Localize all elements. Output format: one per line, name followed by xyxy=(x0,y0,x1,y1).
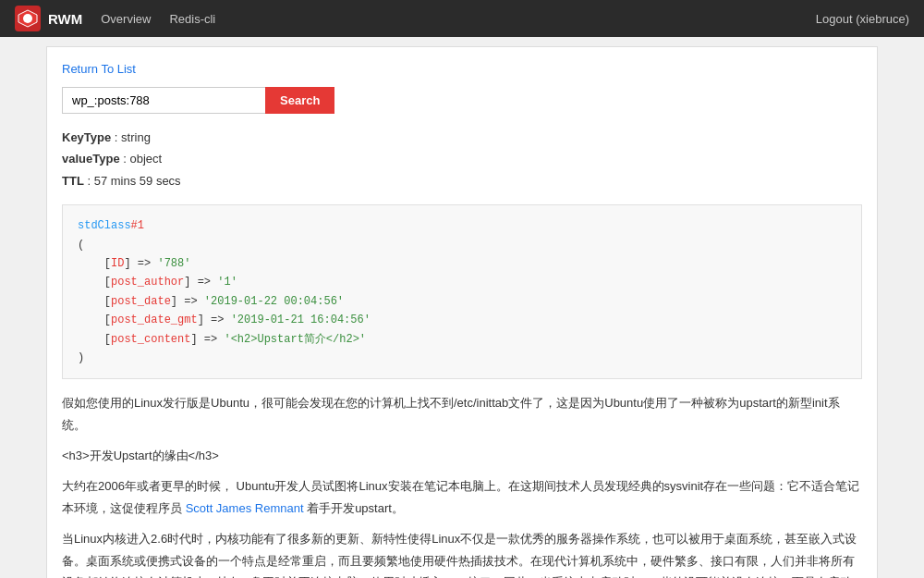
key-type-value: string xyxy=(121,130,151,144)
svg-point-2 xyxy=(23,14,32,23)
code-field-post-content: [post_content] => '<h2>Upstart简介</h2>' xyxy=(78,333,366,346)
app-title: RWM xyxy=(48,11,82,27)
code-field-post-author: [post_author] => '1' xyxy=(78,276,237,289)
key-type-label: KeyType xyxy=(62,130,111,144)
ttl-row: TTL : 57 mins 59 secs xyxy=(62,170,862,191)
value-type-row: valueType : object xyxy=(62,148,862,169)
article-link-scott[interactable]: Scott James Remnant xyxy=(186,501,304,515)
article-para2: 当Linux内核进入2.6时代时，内核功能有了很多新的更新、新特性使得Linux… xyxy=(62,528,862,578)
ttl-separator: : xyxy=(87,174,93,188)
header: RWM Overview Redis-cli Logout (xiebruce) xyxy=(0,0,924,37)
code-field-post-date: [post_date] => '2019-01-22 00:04:56' xyxy=(78,295,344,308)
search-bar: Search xyxy=(62,87,862,114)
article-h3-1: <h3>开发Upstart的缘由</h3> xyxy=(62,445,862,466)
nav-overview[interactable]: Overview xyxy=(101,12,151,26)
main-panel: Return To List Search KeyType : string v… xyxy=(46,46,878,578)
article-para1-cont: 着手开发upstart。 xyxy=(307,501,404,515)
code-close-brace: ) xyxy=(78,351,84,364)
value-type-label: valueType xyxy=(62,152,120,166)
ttl-value: 57 mins 59 secs xyxy=(94,174,181,188)
key-type-row: KeyType : string xyxy=(62,127,862,148)
search-input[interactable] xyxy=(62,87,265,114)
return-to-list-link[interactable]: Return To List xyxy=(62,62,862,76)
logo-icon xyxy=(15,6,41,31)
nav-redis-cli[interactable]: Redis-cli xyxy=(169,12,215,26)
key-type-separator: : xyxy=(115,130,121,144)
article-para1: 大约在2006年或者更早的时候， Ubuntu开发人员试图将Linux安装在笔记… xyxy=(62,475,862,519)
value-type-value: object xyxy=(129,152,162,166)
code-class-name: stdClass xyxy=(78,219,131,232)
code-field-post-date-gmt: [post_date_gmt] => '2019-01-21 16:04:56' xyxy=(78,314,371,326)
code-block: stdClass#1 ( [ID] => '788' [post_author]… xyxy=(62,204,862,379)
ttl-label: TTL xyxy=(62,174,84,188)
logout-button[interactable]: Logout (xiebruce) xyxy=(816,12,909,26)
key-info: KeyType : string valueType : object TTL … xyxy=(62,127,862,191)
search-button[interactable]: Search xyxy=(265,87,334,114)
article-intro: 假如您使用的Linux发行版是Ubuntu，很可能会发现在您的计算机上找不到/e… xyxy=(62,392,862,436)
article-content: 假如您使用的Linux发行版是Ubuntu，很可能会发现在您的计算机上找不到/e… xyxy=(62,392,862,578)
header-logo: RWM xyxy=(15,6,82,31)
code-class-number: #1 xyxy=(131,219,144,232)
code-open-brace: ( xyxy=(78,239,84,252)
article-para1-text: 大约在2006年或者更早的时候， Ubuntu开发人员试图将Linux安装在笔记… xyxy=(62,479,859,514)
code-field-id: [ID] => '788' xyxy=(78,257,190,270)
